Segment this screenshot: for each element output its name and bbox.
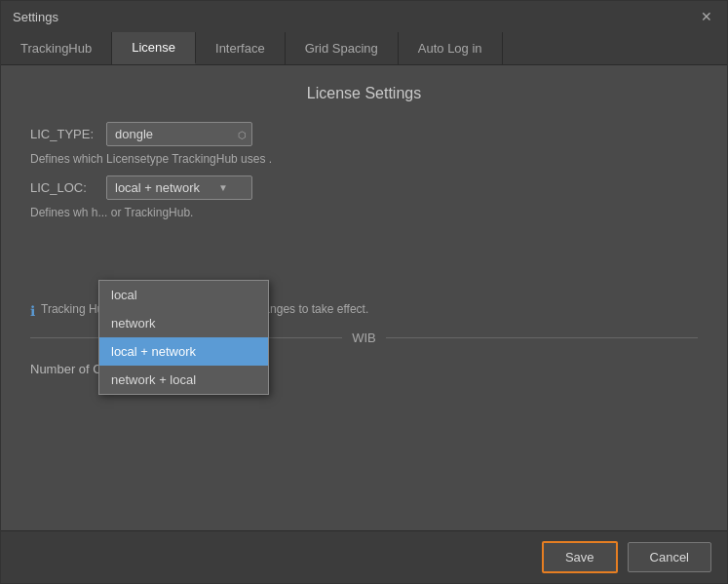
lic-loc-desc-part3: or TrackingHub. bbox=[111, 206, 194, 219]
tab-interface[interactable]: Interface bbox=[196, 32, 286, 64]
lic-type-select[interactable]: dongle bbox=[106, 122, 252, 146]
content-area: License Settings LIC_TYPE: dongle ⬡ Defi… bbox=[1, 65, 727, 530]
dropdown-option-network-local[interactable]: network + local bbox=[99, 366, 268, 394]
info-icon: ℹ bbox=[30, 303, 35, 319]
tracking-text-part1: Tracking bbox=[41, 302, 86, 316]
lic-loc-row: LIC_LOC: local + network ▼ bbox=[30, 175, 698, 200]
lic-loc-arrow-icon: ▼ bbox=[218, 182, 228, 193]
tab-grid-spacing[interactable]: Grid Spacing bbox=[286, 32, 399, 64]
lic-loc-value: local + network bbox=[115, 180, 200, 195]
title-bar: Settings ✕ bbox=[1, 1, 727, 32]
tab-trackinghub[interactable]: TrackingHub bbox=[1, 32, 112, 64]
close-button[interactable]: ✕ bbox=[698, 8, 715, 25]
dropdown-option-local[interactable]: local bbox=[99, 281, 268, 309]
tab-bar: TrackingHub License Interface Grid Spaci… bbox=[1, 32, 727, 65]
lic-loc-desc-part2: h... bbox=[92, 206, 108, 219]
lic-type-row: LIC_TYPE: dongle ⬡ bbox=[30, 122, 698, 146]
lic-loc-desc-part1: Defines wh bbox=[30, 206, 88, 219]
window-title: Settings bbox=[13, 10, 58, 24]
wib-label: WIB bbox=[352, 331, 376, 345]
lic-type-label: LIC_TYPE: bbox=[30, 127, 98, 141]
tab-license[interactable]: License bbox=[112, 32, 196, 64]
dropdown-option-network[interactable]: network bbox=[99, 309, 268, 337]
tab-auto-log-in[interactable]: Auto Log in bbox=[399, 32, 503, 64]
footer: Save Cancel bbox=[1, 530, 727, 583]
lic-type-description: Defines which Licensetype TrackingHub us… bbox=[30, 152, 698, 166]
dropdown-option-local-network[interactable]: local + network bbox=[99, 337, 268, 366]
section-title: License Settings bbox=[30, 85, 698, 102]
lic-type-select-wrapper: dongle ⬡ bbox=[106, 122, 252, 146]
save-button[interactable]: Save bbox=[542, 541, 618, 573]
cancel-button[interactable]: Cancel bbox=[628, 542, 711, 572]
lic-loc-label: LIC_LOC: bbox=[30, 180, 98, 195]
lic-loc-select[interactable]: local + network ▼ bbox=[106, 175, 252, 200]
lic-loc-dropdown: local network local + network network + … bbox=[98, 280, 269, 395]
settings-window: Settings ✕ TrackingHub License Interface… bbox=[0, 0, 728, 584]
lic-loc-description: Defines wh h... or TrackingHub. bbox=[30, 206, 698, 219]
